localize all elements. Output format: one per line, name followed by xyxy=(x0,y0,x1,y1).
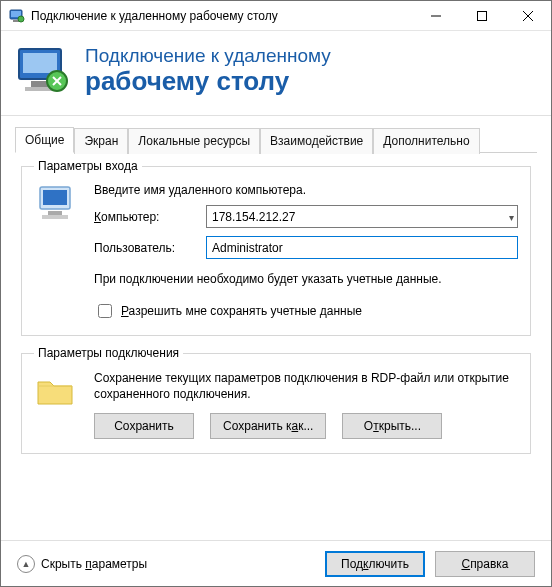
window-title: Подключение к удаленному рабочему столу xyxy=(31,9,278,23)
login-hint-top: Введите имя удаленного компьютера. xyxy=(94,183,518,197)
svg-rect-14 xyxy=(43,190,67,205)
save-as-button[interactable]: Сохранить как... xyxy=(210,413,326,439)
remember-credentials-label: Разрешить мне сохранять учетные данные xyxy=(121,304,362,318)
svg-rect-9 xyxy=(23,53,57,73)
banner-heading-line2: рабочему столу xyxy=(85,67,331,96)
titlebar: Подключение к удаленному рабочему столу xyxy=(1,1,551,31)
footer: ▲ Скрыть параметры Подключить Справка xyxy=(1,540,551,586)
tab-advanced[interactable]: Дополнительно xyxy=(373,128,479,154)
minimize-button[interactable] xyxy=(413,1,459,31)
app-icon xyxy=(9,8,25,24)
hide-options-toggle[interactable]: ▲ Скрыть параметры xyxy=(17,555,147,573)
svg-rect-16 xyxy=(42,215,68,219)
save-button[interactable]: Сохранить xyxy=(94,413,194,439)
svg-rect-15 xyxy=(48,211,62,215)
maximize-button[interactable] xyxy=(459,1,505,31)
connection-settings-description: Сохранение текущих параметров подключени… xyxy=(94,370,518,402)
computer-combo[interactable]: ▾ xyxy=(206,205,518,228)
banner: Подключение к удаленному рабочему столу xyxy=(1,31,551,116)
rdc-window: Подключение к удаленному рабочему столу xyxy=(0,0,552,587)
computer-label: Компьютер: xyxy=(94,210,196,224)
tab-content: Параметры входа Введите имя удаленного к… xyxy=(1,153,551,540)
banner-heading-line1: Подключение к удаленному xyxy=(85,46,331,67)
login-hint-bottom: При подключении необходимо будет указать… xyxy=(94,271,518,287)
chevron-up-icon: ▲ xyxy=(17,555,35,573)
svg-point-3 xyxy=(18,16,24,22)
open-button[interactable]: Открыть... xyxy=(342,413,442,439)
tab-display[interactable]: Экран xyxy=(74,128,128,154)
connection-settings-legend: Параметры подключения xyxy=(34,346,183,360)
tab-local-resources[interactable]: Локальные ресурсы xyxy=(128,128,260,154)
tabs: Общие Экран Локальные ресурсы Взаимодейс… xyxy=(1,116,551,152)
remember-credentials-checkbox[interactable] xyxy=(98,304,112,318)
user-input[interactable] xyxy=(206,236,518,259)
user-label: Пользователь: xyxy=(94,241,196,255)
help-button[interactable]: Справка xyxy=(435,551,535,577)
login-settings-legend: Параметры входа xyxy=(34,159,142,173)
folder-icon xyxy=(34,370,82,438)
computer-icon xyxy=(34,183,82,321)
connection-settings-group: Параметры подключения Сохранение текущих… xyxy=(21,346,531,453)
tab-experience[interactable]: Взаимодействие xyxy=(260,128,373,154)
login-settings-group: Параметры входа Введите имя удаленного к… xyxy=(21,159,531,336)
banner-monitor-icon xyxy=(15,41,75,101)
tab-general[interactable]: Общие xyxy=(15,127,74,153)
remember-credentials-row[interactable]: Разрешить мне сохранять учетные данные xyxy=(94,301,518,321)
computer-input[interactable] xyxy=(206,205,518,228)
hide-options-label: Скрыть параметры xyxy=(41,557,147,571)
connect-button[interactable]: Подключить xyxy=(325,551,425,577)
close-button[interactable] xyxy=(505,1,551,31)
svg-rect-5 xyxy=(478,11,487,20)
